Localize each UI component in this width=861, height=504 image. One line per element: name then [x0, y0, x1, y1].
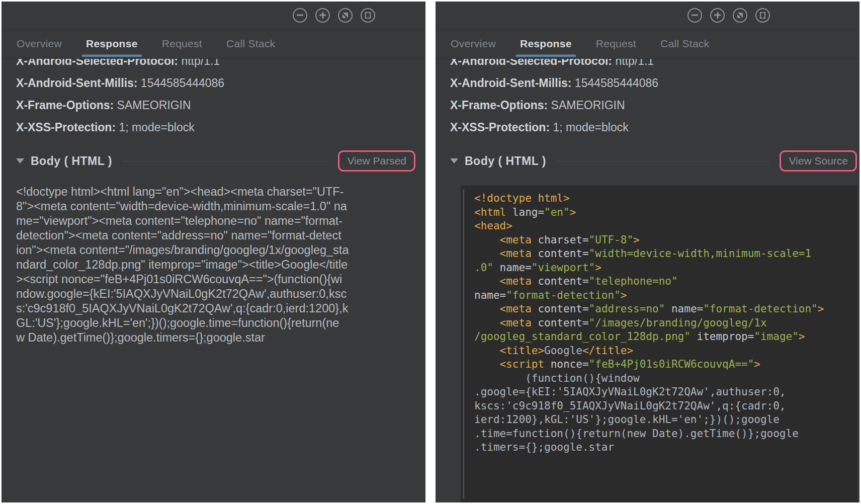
code-line: .google={kEI:'5IAQXJyVNaiL0gK2t72QAw',au… — [474, 385, 855, 399]
header-value: 1544585444086 — [137, 76, 224, 90]
zoom-toolbar — [436, 2, 859, 29]
response-header-row: X-Frame-Options: SAMEORIGIN — [16, 94, 425, 116]
header-name: X-XSS-Protection: — [450, 121, 550, 134]
code-line: <meta content="telephone=no" — [474, 275, 855, 289]
response-header-row: X-Frame-Options: SAMEORIGIN — [450, 94, 859, 116]
code-line: <!doctype html> — [474, 192, 855, 206]
header-name: X-XSS-Protection: — [16, 121, 116, 134]
header-value: http/1.1 — [178, 59, 220, 67]
code-line: ierd:1200},kGL:'US'};google.kHL='en';})(… — [474, 413, 855, 427]
code-line: kscs:'c9c918f0_5IAQXJyVNaiL0gK2t72QAw',q… — [474, 399, 855, 413]
tab-overview[interactable]: Overview — [17, 29, 62, 58]
header-name: X-Frame-Options: — [16, 99, 114, 112]
code-line: .time=function(){return(new Date).getTim… — [474, 427, 855, 441]
code-line: <head> — [474, 219, 855, 233]
zoom-out-icon[interactable] — [293, 8, 307, 23]
zoom-toolbar — [2, 2, 425, 29]
header-value: SAMEORIGIN — [548, 99, 625, 112]
code-line: <script nonce="feB+4Pj01s0iRCW6couvqA=="… — [474, 358, 855, 372]
zoom-in-icon[interactable] — [710, 8, 725, 23]
divider — [556, 161, 770, 161]
code-line: <meta content="address=no" name="format-… — [474, 302, 855, 316]
header-name: X-Android-Selected-Protocol: — [16, 59, 178, 67]
tab-request[interactable]: Request — [596, 29, 636, 58]
tab-call-stack[interactable]: Call Stack — [226, 29, 276, 58]
zoom-to-fit-icon[interactable] — [755, 8, 770, 23]
header-value: http/1.1 — [612, 59, 654, 67]
zoom-controls — [293, 8, 375, 23]
source-code-lines: <!doctype html><html lang="en"><head> <m… — [474, 192, 855, 455]
body-section-header: Body ( HTML ) View Source — [436, 149, 859, 173]
code-line: <meta content="width=device-width,minimu… — [474, 247, 855, 261]
header-name: X-Frame-Options: — [450, 99, 548, 112]
code-line: name="format-detection"> — [474, 289, 855, 303]
source-view-panel: OverviewResponseRequestCall Stack X-Andr… — [436, 2, 859, 502]
source-code-editor: <!doctype html><html lang="en"><head> <m… — [461, 186, 857, 502]
code-line: (function(){window — [474, 372, 855, 386]
view-source-link[interactable]: View Source — [789, 155, 848, 166]
collapse-triangle-icon[interactable] — [450, 158, 458, 163]
header-name: X-Android-Selected-Protocol: — [450, 59, 612, 67]
body-section-label: Body ( HTML ) — [465, 154, 546, 168]
zoom-to-fit-icon[interactable] — [361, 8, 375, 23]
tab-response[interactable]: Response — [520, 29, 572, 58]
tab-response[interactable]: Response — [86, 29, 138, 58]
tab-overview[interactable]: Overview — [451, 29, 496, 58]
tab-bar: OverviewResponseRequestCall Stack — [2, 29, 425, 59]
response-header-row: X-Android-Sent-Millis: 1544585444086 — [450, 72, 859, 94]
tab-request[interactable]: Request — [162, 29, 202, 58]
code-line: <html lang="en"> — [474, 206, 855, 220]
code-line: <meta charset="UTF-8"> — [474, 233, 855, 247]
annotation-highlight: View Parsed — [338, 150, 415, 172]
response-header-row: X-Android-Selected-Protocol: http/1.1 — [450, 59, 859, 72]
parsed-view-panel: OverviewResponseRequestCall Stack X-Andr… — [2, 2, 425, 502]
tab-bar: OverviewResponseRequestCall Stack — [436, 29, 859, 59]
code-line: <title>Google</title> — [474, 344, 855, 358]
response-header-row: X-Android-Sent-Millis: 1544585444086 — [16, 72, 425, 94]
view-parsed-link[interactable]: View Parsed — [347, 155, 406, 166]
code-line: /googleg_standard_color_128dp.png" itemp… — [474, 330, 855, 344]
code-line: <meta content="/images/branding/googleg/… — [474, 316, 855, 330]
zoom-controls — [687, 8, 770, 23]
code-line: .timers={};google.star — [474, 441, 855, 455]
reset-zoom-icon[interactable] — [733, 8, 747, 23]
response-header-row: X-XSS-Protection: 1; mode=block — [450, 116, 859, 138]
body-section-header: Body ( HTML ) View Parsed — [2, 149, 425, 173]
collapse-triangle-icon[interactable] — [16, 158, 24, 163]
tab-call-stack[interactable]: Call Stack — [660, 29, 710, 58]
response-headers: X-Android-Selected-Protocol: http/1.1X-A… — [436, 59, 859, 138]
response-content: X-Android-Selected-Protocol: http/1.1X-A… — [2, 59, 425, 502]
code-line: .0" name="viewport"> — [474, 261, 855, 275]
reset-zoom-icon[interactable] — [338, 8, 353, 23]
divider — [122, 161, 328, 161]
header-value: 1544585444086 — [571, 76, 658, 90]
response-header-row: X-Android-Selected-Protocol: http/1.1 — [16, 59, 425, 72]
annotation-highlight: View Source — [780, 150, 857, 172]
header-name: X-Android-Sent-Millis: — [16, 76, 137, 90]
response-headers: X-Android-Selected-Protocol: http/1.1X-A… — [2, 59, 425, 138]
response-content: X-Android-Selected-Protocol: http/1.1X-A… — [436, 59, 859, 502]
header-value: SAMEORIGIN — [114, 99, 191, 112]
header-name: X-Android-Sent-Millis: — [450, 76, 571, 90]
screenshot-root: OverviewResponseRequestCall Stack X-Andr… — [0, 0, 861, 504]
header-value: 1; mode=block — [116, 121, 195, 134]
header-value: 1; mode=block — [550, 121, 629, 134]
parsed-body-text: <!doctype html><html lang="en"><head><me… — [2, 185, 425, 345]
response-header-row: X-XSS-Protection: 1; mode=block — [16, 116, 425, 138]
zoom-in-icon[interactable] — [315, 8, 330, 23]
zoom-out-icon[interactable] — [687, 8, 702, 23]
body-section-label: Body ( HTML ) — [31, 154, 112, 168]
